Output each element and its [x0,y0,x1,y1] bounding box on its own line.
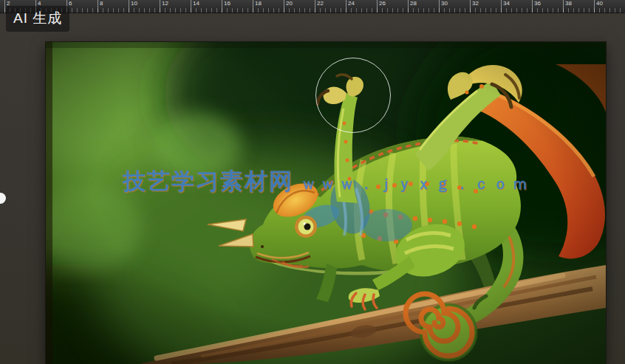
ruler-tick-label: 16 [224,1,230,7]
horizontal-ruler[interactable]: 246810121416182022242628303234363840 [0,0,625,13]
ruler-tick-label: 32 [472,1,479,7]
ruler-tick-label: 30 [441,1,448,7]
ruler-tick-label: 18 [255,1,262,7]
app-window: 246810121416182022242628303234363840 AI … [0,0,625,364]
artwork-canvas[interactable]: 技艺学习素材网ｗｗｗ．ｊｙｘｇ．ｃｏｍ [46,42,606,364]
ruler-tick-label: 20 [286,1,293,7]
ruler-tick-label: 22 [317,1,324,7]
ruler-tick-label: 40 [596,1,603,7]
chameleon-painting [46,42,606,364]
ruler-tick-label: 6 [69,1,72,7]
ruler-tick-label: 38 [565,1,572,7]
ruler-tick-label: 24 [348,1,355,7]
ruler-tick-label: 28 [410,1,417,7]
ai-generated-badge: AI 生成 [6,6,69,32]
ruler-tick-label: 36 [534,1,541,7]
ruler-tick-label: 8 [100,1,103,7]
ruler-tick-label: 34 [503,1,510,7]
edge-marker [0,193,6,204]
ruler-tick-label: 26 [379,1,386,7]
ruler-tick-label: 12 [162,1,168,7]
ruler-tick-label: 10 [131,1,137,7]
ruler-tick-label: 14 [193,1,199,7]
